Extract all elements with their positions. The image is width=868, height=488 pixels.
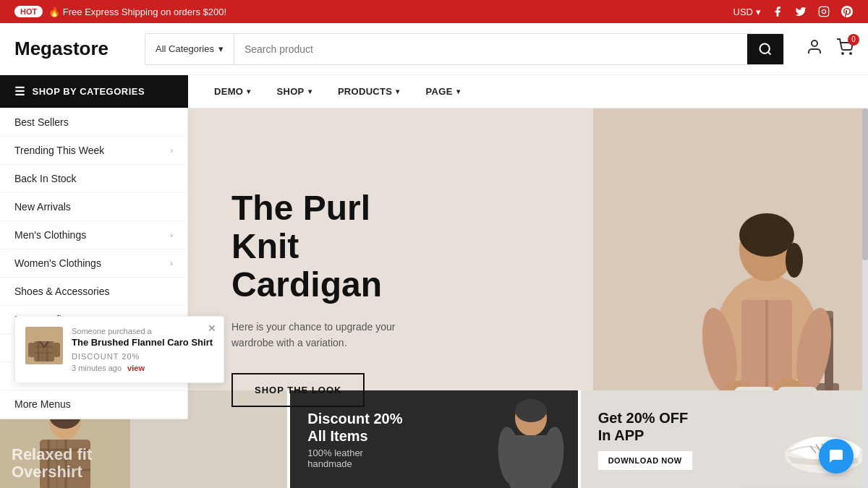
chat-button[interactable] — [819, 439, 854, 474]
banner2-title: Discount 20%All Items — [307, 410, 402, 445]
search-category-chevron: ▾ — [218, 43, 224, 54]
banner2-image — [484, 390, 578, 488]
logo[interactable]: Megastore — [14, 38, 130, 60]
svg-point-5 — [850, 53, 851, 54]
shop-by-label: SHOP BY CATEGORIES — [33, 86, 145, 97]
top-banner: HOT 🔥 Free Express Shipping on orders $2… — [0, 0, 868, 23]
menu-item-mens[interactable]: Men's Clothings › — [0, 221, 187, 249]
page-chevron: ▾ — [456, 87, 460, 95]
twitter-icon[interactable] — [794, 5, 807, 18]
overshirt-label: Overshirt — [12, 463, 92, 481]
popup-product-name: The Brushed Flannel Caro Shirt — [72, 337, 213, 349]
hero-title: The Purl Knit Cardigan — [231, 189, 420, 304]
popup-discount-badge: DISCOUNT 20% — [72, 352, 213, 361]
popup-view-link[interactable]: view — [127, 364, 145, 372]
nav-demo[interactable]: DEMO ▾ — [203, 75, 263, 108]
svg-point-3 — [812, 40, 817, 46]
popup-content: Someone purchased a The Brushed Flannel … — [72, 327, 213, 372]
banner3-text: Get 20% OFFIn APP DOWNLOAD NOW — [581, 395, 710, 484]
menu-item-back-in-stock[interactable]: Back In Stock — [0, 165, 187, 193]
menu-item-new-arrivals[interactable]: New Arrivals — [0, 193, 187, 221]
banner2-subtitle: 100% leatherhandmade — [307, 448, 402, 469]
banner-message: 🔥 Free Express Shipping on orders $200! — [48, 7, 226, 17]
banner-app: Get 20% OFFIn APP DOWNLOAD NOW — [581, 390, 868, 488]
top-banner-right: USD ▾ — [733, 5, 854, 18]
menu-item-best-sellers[interactable]: Best Sellers — [0, 108, 187, 137]
menu-item-more-menus[interactable]: More Menus — [0, 390, 187, 419]
scrollbar[interactable] — [862, 108, 868, 488]
svg-rect-18 — [765, 300, 768, 387]
top-banner-left: HOT 🔥 Free Express Shipping on orders $2… — [14, 6, 226, 17]
menu-item-trending[interactable]: Trending This Week › — [0, 137, 187, 165]
header-icons: 0 — [806, 38, 854, 60]
relaxed-fit-label: Relaxed fit — [12, 446, 92, 463]
hero-subtitle: Here is your chance to upgrade your ward… — [231, 319, 420, 351]
svg-rect-53 — [28, 343, 35, 357]
facebook-icon[interactable] — [771, 5, 784, 18]
download-now-button[interactable]: DOWNLOAD NOW — [598, 451, 692, 470]
search-category-selector[interactable]: All Categories ▾ — [145, 34, 234, 64]
svg-rect-47 — [34, 341, 54, 361]
currency-chevron: ▾ — [756, 7, 761, 17]
account-icon[interactable] — [806, 38, 823, 60]
header: Megastore All Categories ▾ 0 — [0, 23, 868, 75]
pinterest-icon[interactable] — [841, 5, 854, 18]
popup-product-image — [25, 327, 63, 364]
nav-shop[interactable]: SHOP ▾ — [265, 75, 323, 108]
svg-point-4 — [842, 53, 843, 54]
menu-item-womens[interactable]: Women's Clothings › — [0, 249, 187, 278]
mens-arrow: › — [170, 231, 173, 239]
products-chevron: ▾ — [396, 87, 399, 95]
shop-by-categories-button[interactable]: ☰ SHOP BY CATEGORIES — [0, 75, 188, 108]
relaxed-fit-text: Relaxed fit Overshirt — [12, 446, 92, 481]
svg-point-2 — [760, 43, 770, 53]
svg-point-37 — [515, 399, 547, 422]
cart-icon[interactable]: 0 — [836, 38, 854, 60]
cart-badge: 0 — [848, 34, 859, 46]
nav-products[interactable]: PRODUCTS ▾ — [326, 75, 412, 108]
popup-notification: Someone purchased a The Brushed Flannel … — [14, 316, 224, 383]
hot-badge: HOT — [14, 6, 43, 17]
currency-selector[interactable]: USD ▾ — [733, 7, 761, 17]
banner2-text: Discount 20%All Items 100% leatherhandma… — [290, 395, 420, 484]
svg-rect-0 — [819, 7, 828, 16]
svg-point-16 — [786, 243, 803, 278]
currency-label: USD — [733, 7, 753, 17]
scrollbar-thumb[interactable] — [862, 108, 868, 260]
svg-point-15 — [739, 213, 794, 257]
search-input[interactable] — [234, 34, 747, 64]
banner3-title: Get 20% OFFIn APP — [598, 409, 692, 444]
popup-someone-text: Someone purchased a — [72, 327, 213, 335]
demo-chevron: ▾ — [247, 87, 250, 95]
main-content: Best Sellers Trending This Week › Back I… — [0, 108, 868, 488]
nav-page[interactable]: PAGE ▾ — [414, 75, 472, 108]
search-category-label: All Categories — [156, 43, 214, 54]
popup-time: 3 minutes ago — [72, 364, 122, 372]
instagram-icon[interactable] — [817, 5, 830, 18]
svg-rect-54 — [53, 343, 60, 357]
shop-chevron: ▾ — [308, 87, 312, 95]
nav-bar: ☰ SHOP BY CATEGORIES DEMO ▾ SHOP ▾ PRODU… — [0, 75, 868, 108]
hamburger-icon: ☰ — [14, 85, 25, 98]
menu-item-shoes[interactable]: Shoes & Accessories — [0, 278, 187, 306]
trending-arrow: › — [170, 146, 173, 155]
popup-close-button[interactable]: ✕ — [208, 322, 216, 334]
search-bar: All Categories ▾ — [145, 33, 784, 65]
womens-arrow: › — [170, 259, 173, 267]
nav-links: DEMO ▾ SHOP ▾ PRODUCTS ▾ PAGE ▾ — [188, 75, 472, 108]
search-button[interactable] — [747, 34, 783, 64]
